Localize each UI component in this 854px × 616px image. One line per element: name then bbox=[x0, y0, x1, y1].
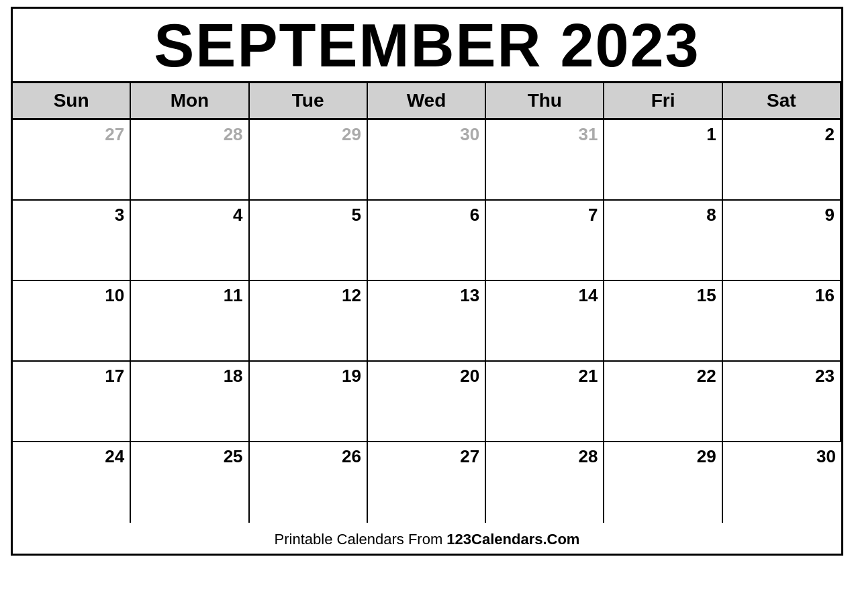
day-cell: 25 bbox=[131, 442, 249, 523]
day-cell: 8 bbox=[604, 201, 722, 281]
day-cell: 24 bbox=[13, 442, 131, 523]
day-cell: 13 bbox=[368, 281, 486, 362]
day-cell: 22 bbox=[604, 362, 722, 442]
day-header-mon: Mon bbox=[131, 83, 249, 120]
day-header-tue: Tue bbox=[250, 83, 368, 120]
day-cell: 7 bbox=[486, 201, 604, 281]
day-cell: 28 bbox=[486, 442, 604, 523]
day-cell: 23 bbox=[723, 362, 841, 442]
day-cell: 9 bbox=[723, 201, 841, 281]
day-cell: 28 bbox=[131, 120, 249, 201]
day-cell: 17 bbox=[13, 362, 131, 442]
calendar: SEPTEMBER 2023 SunMonTueWedThuFriSat2728… bbox=[11, 7, 843, 556]
calendar-footer: Printable Calendars From 123Calendars.Co… bbox=[13, 523, 841, 554]
footer-brand: 123Calendars.Com bbox=[446, 531, 579, 548]
day-cell: 20 bbox=[368, 362, 486, 442]
day-cell: 6 bbox=[368, 201, 486, 281]
day-cell: 21 bbox=[486, 362, 604, 442]
day-cell: 10 bbox=[13, 281, 131, 362]
day-header-thu: Thu bbox=[486, 83, 604, 120]
day-header-sun: Sun bbox=[13, 83, 131, 120]
day-cell: 29 bbox=[604, 442, 722, 523]
day-cell: 19 bbox=[250, 362, 368, 442]
day-cell: 27 bbox=[368, 442, 486, 523]
day-cell: 30 bbox=[723, 442, 841, 523]
day-header-fri: Fri bbox=[604, 83, 722, 120]
day-cell: 30 bbox=[368, 120, 486, 201]
day-cell: 5 bbox=[250, 201, 368, 281]
day-cell: 15 bbox=[604, 281, 722, 362]
day-header-wed: Wed bbox=[368, 83, 486, 120]
day-cell: 14 bbox=[486, 281, 604, 362]
day-cell: 4 bbox=[131, 201, 249, 281]
footer-text: Printable Calendars From bbox=[275, 531, 447, 548]
calendar-grid: SunMonTueWedThuFriSat2728293031123456789… bbox=[13, 83, 841, 523]
day-cell: 16 bbox=[723, 281, 841, 362]
day-cell: 1 bbox=[604, 120, 722, 201]
day-cell: 12 bbox=[250, 281, 368, 362]
day-cell: 3 bbox=[13, 201, 131, 281]
day-cell: 2 bbox=[723, 120, 841, 201]
day-cell: 31 bbox=[486, 120, 604, 201]
day-cell: 18 bbox=[131, 362, 249, 442]
day-header-sat: Sat bbox=[723, 83, 841, 120]
calendar-title: SEPTEMBER 2023 bbox=[13, 9, 841, 83]
day-cell: 26 bbox=[250, 442, 368, 523]
day-cell: 29 bbox=[250, 120, 368, 201]
day-cell: 27 bbox=[13, 120, 131, 201]
day-cell: 11 bbox=[131, 281, 249, 362]
